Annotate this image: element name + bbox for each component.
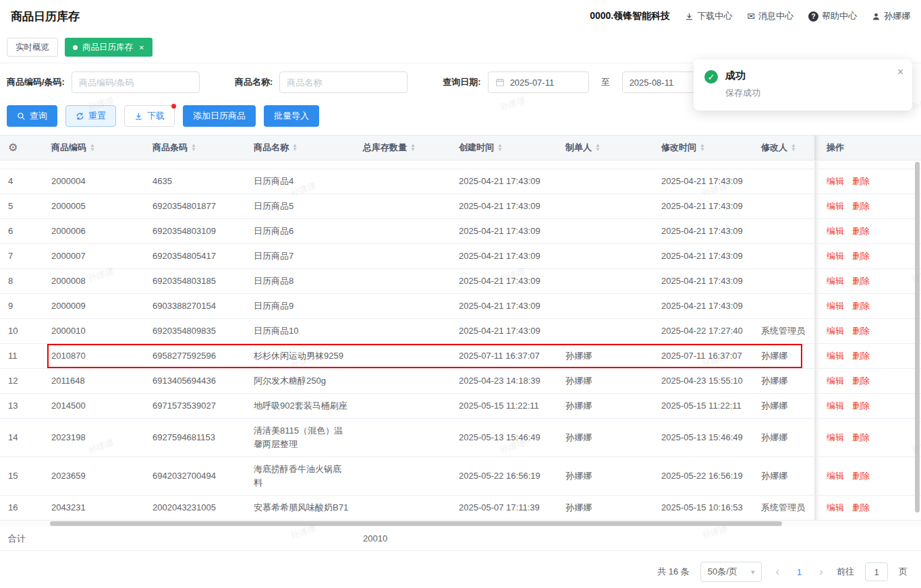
sort-toggle[interactable]: ▲▼ [191,144,196,152]
edit-link[interactable]: 编辑 [827,431,844,444]
delete-link[interactable]: 删除 [852,399,870,413]
date-from-picker[interactable]: 2025-07-11 [488,71,589,93]
row-index: 5 [0,200,45,213]
delete-link[interactable]: 删除 [852,501,870,514]
header-label: 操作 [827,141,844,154]
toast-body: 成功 保存成功 [725,69,760,99]
batch-import-button[interactable]: 批量导入 [264,105,319,127]
delete-link[interactable]: 删除 [852,324,870,338]
table-footer: 合计 20010 [0,527,921,551]
table-row: 10 2000010 6920354809835 日历商品10 2025-04-… [0,319,921,344]
toast-close-icon[interactable]: × [897,66,903,78]
edit-link[interactable]: 编辑 [827,249,844,263]
edit-link[interactable]: 编辑 [827,200,844,213]
created-time: 2025-07-11 16:37:07 [452,349,559,363]
page-size-value: 50条/页 [708,566,737,578]
user-menu[interactable]: 孙娜娜 [872,10,910,22]
edit-link[interactable]: 编辑 [827,469,844,483]
prev-page-button[interactable]: ‹ [773,565,782,579]
product-name: 日历商品4 [247,175,356,188]
add-calendar-product-button[interactable]: 添加日历商品 [183,105,256,127]
row-actions: 编辑 删除 [814,169,921,194]
delete-link[interactable]: 删除 [852,431,870,444]
table-row: 5 2000005 6920354801877 日历商品5 2025-04-21… [0,194,921,219]
product-barcode: 6913405694436 [146,374,247,388]
message-center-link[interactable]: ✉ 消息中心 [747,10,793,22]
product-name: 日历商品3 [247,160,356,163]
delete-link[interactable]: 删除 [852,349,870,363]
sort-toggle[interactable]: ▲▼ [410,144,416,152]
name-filter-input[interactable] [279,71,408,93]
sort-toggle[interactable]: ▲▼ [700,144,705,152]
delete-link[interactable]: 删除 [852,200,870,213]
modifier-name: 孙娜娜 [754,469,814,483]
edit-link[interactable]: 编辑 [827,175,844,188]
sort-toggle[interactable]: ▲▼ [292,144,298,152]
column-settings[interactable]: ⚙ [0,141,45,154]
edit-link[interactable]: 编辑 [827,324,844,338]
edit-link[interactable]: 编辑 [827,501,844,514]
edit-link[interactable]: 编辑 [827,374,844,388]
header-label: 商品名称 [254,141,289,154]
row-index: 16 [0,501,45,514]
goto-page-input[interactable] [865,562,888,581]
product-barcode: 6920354803109 [146,225,247,238]
sort-toggle[interactable]: ▲▼ [791,144,796,152]
current-page-button[interactable]: 1 [793,567,806,577]
reset-button[interactable]: 重置 [65,105,116,127]
product-barcode: 6958277592596 [146,349,247,363]
delete-link[interactable]: 删除 [852,249,870,263]
creator-name: 孙娜娜 [559,374,654,388]
table-row: 15 2023659 6942032700494 海底捞醇香牛油火锅底料 202… [0,457,921,496]
product-code: 2000005 [45,200,146,213]
next-page-button[interactable]: › [816,565,826,579]
sort-toggle[interactable]: ▲▼ [595,144,601,152]
tab-product-calendar-inventory[interactable]: 商品日历库存 × [65,38,152,57]
edit-link[interactable]: 编辑 [827,160,844,163]
creator-name: 孙娜娜 [559,469,654,483]
header-label: 创建时间 [459,141,494,154]
creator-name: 孙娜娜 [559,431,654,444]
tab-realtime-overview[interactable]: 实时概览 [7,38,58,57]
table-row: 4 2000004 4635 日历商品4 2025-04-21 17:43:09… [0,169,921,194]
row-actions: 编辑 删除 [814,160,921,169]
sort-toggle[interactable]: ▲▼ [90,144,95,152]
download-button[interactable]: 下载 [124,105,175,127]
reset-button-label: 重置 [88,110,106,122]
row-index: 6 [0,225,45,238]
header-product-code: 商品编码▲▼ [45,141,146,154]
download-center-link[interactable]: 下载中心 [685,10,732,22]
page-size-select[interactable]: 50条/页 ▾ [700,562,762,582]
edit-link[interactable]: 编辑 [827,274,844,288]
delete-link[interactable]: 删除 [852,175,870,188]
row-actions: 编辑 删除 [814,194,921,218]
search-icon [17,112,26,121]
sort-down-icon: ▼ [497,148,503,152]
tab-close-icon[interactable]: × [139,42,144,53]
delete-link[interactable]: 删除 [852,274,870,288]
delete-link[interactable]: 删除 [852,299,870,313]
modified-time: 2025-07-11 16:37:07 [654,349,754,363]
delete-link[interactable]: 删除 [852,160,870,163]
delete-link[interactable]: 删除 [852,374,870,388]
code-filter-input[interactable] [72,71,200,93]
created-time: 2025-04-21 17:43:09 [452,299,559,313]
date-filter-label: 查询日期: [443,76,480,88]
vertical-scrollbar-thumb[interactable] [915,162,920,512]
edit-link[interactable]: 编辑 [827,225,844,238]
horizontal-scrollbar-thumb[interactable] [50,521,782,526]
modifier-name: 系统管理员 [754,324,814,338]
edit-link[interactable]: 编辑 [827,349,844,363]
username-label: 孙娜娜 [884,10,910,22]
total-stock-value: 20010 [356,532,452,546]
delete-link[interactable]: 删除 [852,469,870,483]
edit-link[interactable]: 编辑 [827,399,844,413]
search-button[interactable]: 查询 [7,105,57,127]
edit-link[interactable]: 编辑 [827,299,844,313]
product-barcode: 6920354809835 [146,324,247,338]
help-center-link[interactable]: ? 帮助中心 [808,10,857,22]
sort-toggle[interactable]: ▲▼ [497,144,503,152]
delete-link[interactable]: 删除 [852,225,870,238]
row-actions: 编辑 删除 [814,496,921,520]
topbar: 商品日历库存 0000.领锋智能科技 下载中心 ✉ 消息中心 ? 帮助中心 孙娜… [0,0,921,32]
